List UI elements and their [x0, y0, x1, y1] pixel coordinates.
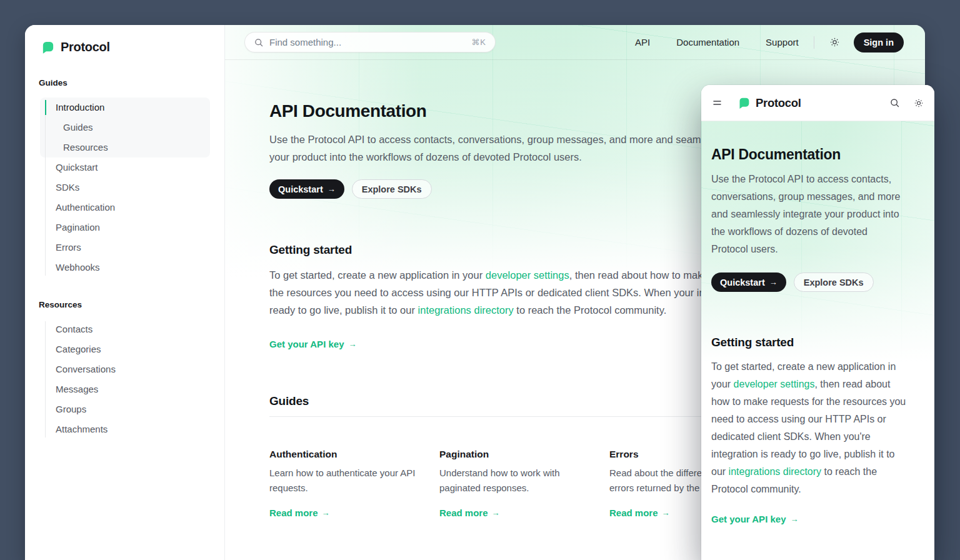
explore-sdks-button[interactable]: Explore SDKs: [352, 179, 432, 199]
protocol-logo-icon: [41, 40, 55, 54]
page-title: API Documentation: [711, 146, 924, 163]
card-desc-line: paginated responses.: [439, 481, 594, 496]
card-description: Learn how to authenticate your API reque…: [269, 466, 424, 496]
mobile-content: API Documentation Use the Protocol API t…: [701, 121, 934, 525]
theme-toggle-sun-icon[interactable]: [914, 98, 924, 108]
protocol-logo-icon: [738, 96, 751, 109]
card-title: Pagination: [439, 449, 594, 460]
gs-text: our: [711, 466, 729, 477]
gs-line: dedicated client SDKs. When you're: [711, 428, 924, 446]
arrow-right-icon: →: [322, 508, 330, 518]
sign-in-button[interactable]: Sign in: [854, 32, 904, 52]
sidebar-item-groups[interactable]: Groups: [45, 399, 209, 419]
brand-name: Protocol: [61, 40, 110, 54]
search-input[interactable]: [269, 37, 466, 48]
card-desc-line: requests.: [269, 481, 424, 496]
explore-sdks-button[interactable]: Explore SDKs: [794, 272, 874, 292]
intro-line: the workflows of dozens of devoted: [711, 223, 924, 241]
search-bar[interactable]: ⌘K: [244, 32, 496, 52]
theme-toggle-sun-icon[interactable]: [829, 37, 840, 48]
gs-line: your developer settings, then read about: [711, 376, 924, 393]
getting-started-heading: Getting started: [711, 336, 924, 349]
card-desc-line: Understand how to work with: [439, 466, 594, 481]
brand-name: Protocol: [756, 96, 801, 110]
resources-nav-list: Contacts Categories Conversations Messag…: [45, 319, 209, 439]
sidebar-item-categories[interactable]: Categories: [45, 339, 209, 359]
read-more-link[interactable]: Read more →: [439, 508, 500, 518]
mobile-brand-logo[interactable]: Protocol: [738, 96, 801, 110]
read-more-link[interactable]: Read more →: [269, 508, 330, 518]
gs-text: , then read about: [814, 379, 890, 389]
gs-line: need to access using our HTTP APIs or: [711, 411, 924, 428]
guides-nav-list: Introduction Guides Resources Quickstart…: [45, 98, 209, 278]
guide-card-pagination: Pagination Understand how to work with p…: [439, 449, 594, 519]
get-api-key-link[interactable]: Get your API key →: [269, 339, 357, 349]
sidebar-item-pagination[interactable]: Pagination: [45, 218, 209, 238]
intro-line: and seamlessly integrate your product in…: [711, 206, 924, 223]
intro-paragraph: Use the Protocol API to access contacts,…: [711, 171, 924, 258]
top-nav-links: API Documentation Support: [635, 37, 799, 48]
quickstart-button[interactable]: Quickstart →: [711, 272, 786, 292]
sidebar-item-errors[interactable]: Errors: [45, 238, 209, 258]
intro-line: Use the Protocol API to access contacts,: [711, 171, 924, 188]
sidebar-item-introduction[interactable]: Introduction: [45, 98, 209, 118]
sidebar-nav: Guides Introduction Guides Resources Qui…: [25, 54, 224, 439]
sidebar-item-resources-anchor[interactable]: Resources: [45, 138, 209, 158]
arrow-right-icon: →: [769, 278, 778, 287]
brand-logo[interactable]: Protocol: [25, 25, 224, 54]
sidebar-item-sdks[interactable]: SDKs: [45, 178, 209, 198]
arrow-right-icon: →: [662, 508, 670, 518]
read-more-label: Read more: [609, 508, 658, 518]
gs-text: To get started, create a new application…: [269, 269, 486, 281]
sidebar-item-attachments[interactable]: Attachments: [45, 419, 209, 439]
sidebar-section-resources: Resources: [39, 300, 209, 309]
search-icon: [254, 38, 264, 48]
nav-link-documentation[interactable]: Documentation: [676, 37, 739, 48]
integrations-directory-link[interactable]: integrations directory: [418, 304, 514, 316]
read-more-label: Read more: [439, 508, 488, 518]
get-api-key-link[interactable]: Get your API key →: [711, 514, 799, 524]
sidebar-item-messages[interactable]: Messages: [45, 379, 209, 399]
sidebar: Protocol Guides Introduction Guides Reso…: [25, 25, 225, 560]
header-divider: [814, 36, 814, 49]
arrow-right-icon: →: [328, 184, 336, 194]
gs-line: Protocol community.: [711, 481, 924, 498]
sidebar-item-webhooks[interactable]: Webhooks: [45, 258, 209, 278]
intro-line: Protocol users.: [711, 241, 924, 258]
gs-line: how to make requests for the resources y…: [711, 393, 924, 411]
hamburger-menu-icon[interactable]: [712, 98, 722, 108]
nav-link-api[interactable]: API: [635, 37, 650, 48]
developer-settings-link[interactable]: developer settings: [486, 269, 569, 281]
gs-text: your: [711, 379, 734, 389]
arrow-right-icon: →: [492, 508, 500, 518]
guide-card-authentication: Authentication Learn how to authenticate…: [269, 449, 424, 519]
gs-text: to reach the: [821, 466, 877, 477]
mobile-preview-panel: Protocol API Documentation Use the Proto…: [701, 85, 934, 560]
nav-link-support[interactable]: Support: [766, 37, 799, 48]
search-shortcut: ⌘K: [471, 38, 486, 47]
card-description: Understand how to work with paginated re…: [439, 466, 594, 496]
gs-line: To get started, create a new application…: [711, 358, 924, 376]
sidebar-item-guides-anchor[interactable]: Guides: [45, 118, 209, 138]
sidebar-item-conversations[interactable]: Conversations: [45, 359, 209, 379]
sidebar-item-contacts[interactable]: Contacts: [45, 319, 209, 339]
quickstart-label: Quickstart: [720, 278, 765, 288]
search-icon[interactable]: [889, 98, 900, 108]
mobile-header: Protocol: [701, 85, 934, 121]
sidebar-item-quickstart[interactable]: Quickstart: [45, 158, 209, 178]
integrations-directory-link[interactable]: integrations directory: [729, 466, 822, 477]
gs-line: integration is ready to go live, publish…: [711, 446, 924, 463]
sidebar-item-authentication[interactable]: Authentication: [45, 198, 209, 218]
arrow-right-icon: →: [349, 339, 357, 349]
getting-started-paragraph: To get started, create a new application…: [711, 358, 924, 498]
read-more-link[interactable]: Read more →: [609, 508, 670, 518]
developer-settings-link[interactable]: developer settings: [734, 379, 815, 389]
sidebar-section-guides: Guides: [39, 78, 209, 88]
quickstart-button[interactable]: Quickstart →: [269, 179, 344, 199]
mobile-header-icons: [889, 98, 924, 108]
gs-text: ready to go live, publish it to our: [269, 304, 418, 316]
card-title: Authentication: [269, 449, 424, 460]
get-api-key-label: Get your API key: [711, 514, 786, 524]
arrow-right-icon: →: [791, 514, 799, 524]
gs-line: our integrations directory to reach the: [711, 463, 924, 481]
